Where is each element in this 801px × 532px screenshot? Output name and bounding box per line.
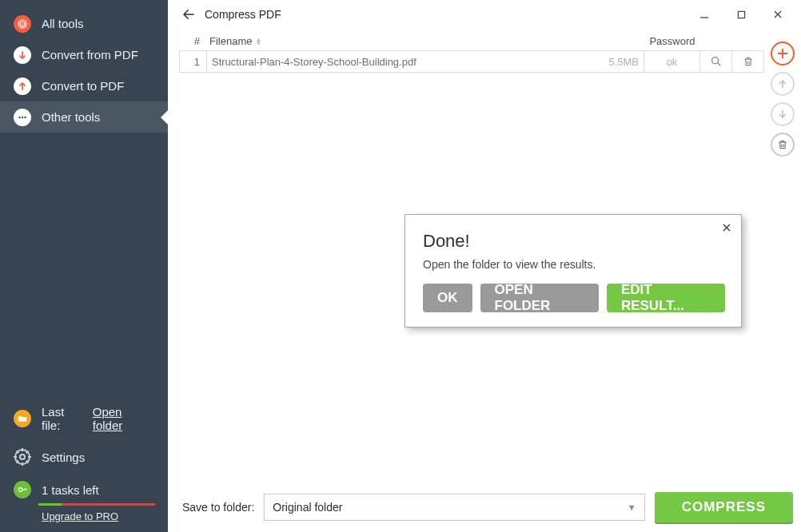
main: Compress PDF # Filename ▲▼ Password 1 S [168, 0, 801, 532]
save-folder-value: Original folder [273, 501, 342, 514]
col-password: Password [644, 35, 700, 47]
close-button[interactable] [759, 2, 796, 27]
settings-label: Settings [42, 451, 85, 464]
sidebar-item-all-tools[interactable]: All tools [0, 8, 168, 39]
add-file-button[interactable] [771, 42, 795, 66]
row-filename: Structural-Plan-4-Storey-School-Building… [207, 56, 596, 68]
done-dialog: Done! Open the folder to view the result… [404, 214, 742, 328]
minimize-button[interactable] [686, 2, 723, 27]
svg-point-5 [24, 116, 26, 117]
sidebar-item-label: Other tools [42, 110, 100, 124]
open-folder-button[interactable]: OPEN FOLDER [480, 284, 599, 312]
compress-button[interactable]: COMPRESS [655, 492, 793, 522]
gear-icon [13, 447, 32, 466]
tasks-row[interactable]: 1 tasks left [0, 476, 168, 503]
lastfile-link[interactable]: Open folder [93, 405, 155, 432]
arrow-up-icon [13, 77, 32, 96]
sidebar-item-convert-from[interactable]: Convert from PDF [0, 39, 168, 70]
key-icon [13, 480, 32, 499]
sidebar-item-label: Convert from PDF [42, 48, 138, 62]
col-filename[interactable]: Filename ▲▼ [206, 35, 596, 47]
move-down-button[interactable] [771, 102, 795, 126]
sort-icon: ▲▼ [255, 38, 261, 46]
save-folder-select[interactable]: Original folder ▼ [264, 494, 644, 521]
col-index: # [179, 35, 206, 47]
maximize-button[interactable] [723, 2, 759, 27]
folder-icon [13, 409, 32, 428]
row-index: 1 [180, 51, 207, 72]
dialog-text: Open the folder to view the results. [423, 258, 725, 271]
nav: All tools Convert from PDF Convert to PD… [0, 0, 168, 399]
sidebar-item-label: Convert to PDF [42, 79, 124, 93]
delete-all-button[interactable] [771, 133, 795, 157]
lastfile-label: Last file: [42, 405, 86, 432]
tasks-bar [38, 503, 155, 506]
ok-button[interactable]: OK [423, 284, 472, 312]
footer: Save to folder: Original folder ▼ COMPRE… [168, 482, 801, 532]
arrow-down-icon [13, 46, 32, 65]
lastfile-row[interactable]: Last file: Open folder [0, 399, 168, 438]
edit-result-button[interactable]: EDIT RESULT... [607, 284, 725, 312]
delete-row-button[interactable] [731, 51, 763, 72]
svg-point-10 [711, 58, 718, 64]
page-title: Compress PDF [205, 8, 281, 21]
row-size: 5.5MB [596, 56, 644, 68]
table-header: # Filename ▲▼ Password [179, 32, 764, 50]
sidebar-item-other-tools[interactable]: Other tools [0, 101, 168, 133]
sidebar-item-label: All tools [42, 17, 84, 30]
window-controls [686, 2, 796, 27]
svg-point-7 [20, 455, 25, 459]
sidebar-bottom: Last file: Open folder Settings 1 tasks … [0, 399, 168, 532]
svg-point-4 [22, 116, 23, 117]
dialog-close-button[interactable] [722, 223, 731, 232]
tasks-label: 1 tasks left [42, 483, 99, 497]
svg-rect-9 [738, 11, 744, 18]
side-tools [764, 32, 801, 482]
svg-point-2 [22, 23, 23, 25]
dots-icon [13, 108, 32, 127]
table-row[interactable]: 1 Structural-Plan-4-Storey-School-Buildi… [179, 50, 764, 73]
save-label: Save to folder: [182, 501, 254, 514]
back-button[interactable] [173, 0, 205, 29]
chevron-down-icon: ▼ [628, 502, 636, 512]
dialog-title: Done! [423, 231, 725, 252]
settings-row[interactable]: Settings [0, 438, 168, 476]
target-icon [13, 14, 32, 34]
sidebar-item-convert-to[interactable]: Convert to PDF [0, 70, 168, 101]
titlebar: Compress PDF [168, 0, 801, 29]
svg-point-3 [18, 116, 20, 117]
upgrade-link[interactable]: Upgrade to PRO [42, 510, 168, 522]
svg-point-8 [18, 488, 22, 492]
move-up-button[interactable] [771, 72, 795, 96]
sidebar: All tools Convert from PDF Convert to PD… [0, 0, 168, 532]
preview-button[interactable] [699, 51, 731, 72]
row-password[interactable]: ok [644, 51, 699, 72]
